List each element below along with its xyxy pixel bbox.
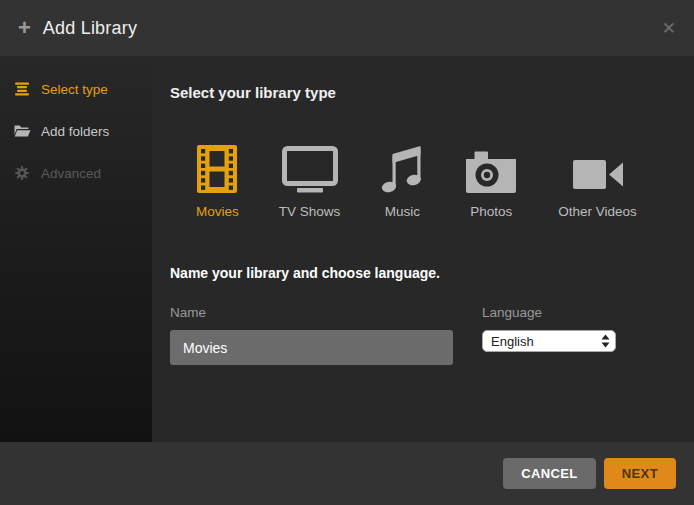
- type-movies[interactable]: Movies: [196, 141, 239, 219]
- folder-icon: [14, 124, 31, 138]
- dialog-footer: CANCEL NEXT: [0, 442, 694, 505]
- close-icon[interactable]: ✕: [662, 20, 676, 37]
- type-tv-shows[interactable]: TV Shows: [279, 141, 341, 219]
- video-camera-icon: [572, 141, 624, 193]
- plus-icon: +: [18, 17, 31, 39]
- list-lines-icon: [14, 82, 31, 96]
- sidebar-item-label: Add folders: [41, 124, 109, 139]
- main-content: Select your library type: [152, 56, 694, 442]
- type-photos[interactable]: Photos: [464, 141, 518, 219]
- sidebar: Select type Add folders: [0, 56, 152, 442]
- cancel-button[interactable]: CANCEL: [503, 458, 596, 489]
- add-library-dialog: + Add Library ✕ Select type: [0, 0, 694, 505]
- sidebar-item-label: Select type: [41, 82, 108, 97]
- type-label: TV Shows: [279, 204, 341, 219]
- music-note-icon: [380, 141, 424, 193]
- sidebar-item-label: Advanced: [41, 166, 101, 181]
- camera-icon: [464, 141, 518, 193]
- sidebar-item-advanced: Advanced: [0, 152, 152, 194]
- fields-row: Name Language English: [170, 305, 694, 365]
- type-music[interactable]: Music: [380, 141, 424, 219]
- type-label: Other Videos: [558, 204, 637, 219]
- dialog-title: Add Library: [43, 18, 137, 39]
- dialog-header: + Add Library ✕: [0, 0, 694, 56]
- dialog-body: Select type Add folders: [0, 56, 694, 442]
- tv-icon: [282, 141, 338, 193]
- library-name-input[interactable]: [170, 330, 453, 365]
- type-other-videos[interactable]: Other Videos: [558, 141, 637, 219]
- sidebar-item-select-type[interactable]: Select type: [0, 68, 152, 110]
- type-label: Movies: [196, 204, 239, 219]
- language-field-label: Language: [482, 305, 616, 320]
- type-label: Photos: [470, 204, 512, 219]
- language-select[interactable]: English: [482, 330, 616, 352]
- film-strip-icon: [197, 141, 237, 193]
- type-label: Music: [385, 204, 420, 219]
- name-field-label: Name: [170, 305, 453, 320]
- name-section-title: Name your library and choose language.: [170, 265, 694, 281]
- section-title: Select your library type: [170, 84, 694, 101]
- gear-icon: [14, 165, 31, 181]
- sidebar-item-add-folders[interactable]: Add folders: [0, 110, 152, 152]
- next-button[interactable]: NEXT: [604, 458, 676, 489]
- library-type-row: Movies TV Shows: [196, 141, 694, 219]
